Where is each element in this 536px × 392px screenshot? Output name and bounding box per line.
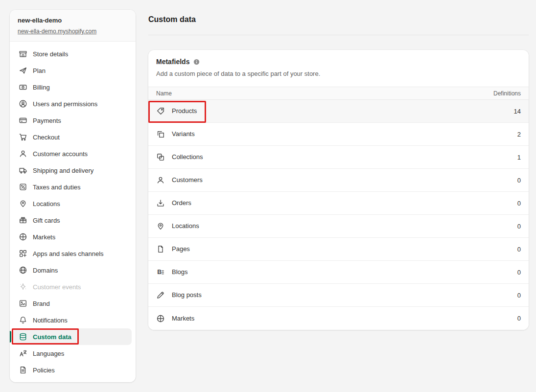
metafields-card: Metafields Add a custom piece of data to… (148, 50, 529, 330)
metafields-table-header: Name Definitions (148, 87, 529, 100)
page-title: Custom data (148, 15, 529, 24)
sidebar-item-notifications[interactable]: Notifications (14, 312, 132, 328)
sidebar-item-languages[interactable]: Languages (14, 345, 132, 362)
settings-sidebar: new-ella-demo new-ella-demo.myshopify.co… (10, 10, 136, 382)
sidebar-item-policies[interactable]: Policies (14, 362, 132, 378)
table-row-blogs[interactable]: B Blogs 0 (148, 261, 529, 284)
sidebar-item-brand[interactable]: Brand (14, 295, 132, 312)
row-definitions-count: 1 (517, 154, 521, 161)
info-icon[interactable] (193, 58, 200, 66)
customer-accounts-icon (19, 149, 27, 158)
products-tag-icon (156, 107, 165, 115)
orders-icon (156, 199, 165, 208)
table-row-blog-posts[interactable]: Blog posts 0 (148, 284, 529, 307)
blogs-icon: B (156, 268, 165, 277)
table-row-customers[interactable]: Customers 0 (148, 169, 529, 192)
shipping-truck-icon (19, 166, 27, 175)
location-pin-icon (156, 222, 165, 231)
sidebar-item-label: Payments (33, 117, 61, 124)
sidebar-item-label: Gift cards (33, 217, 60, 224)
table-row-locations[interactable]: Locations 0 (148, 215, 529, 238)
row-definitions-count: 0 (517, 315, 521, 322)
row-label: Markets (172, 315, 194, 323)
sidebar-item-customer-accounts[interactable]: Customer accounts (14, 145, 132, 162)
users-icon (19, 99, 27, 108)
row-label: Customers (172, 176, 203, 184)
policies-document-icon (19, 366, 27, 374)
table-row-orders[interactable]: Orders 0 (148, 192, 529, 215)
markets-globe-icon (156, 314, 165, 323)
store-icon (19, 49, 27, 58)
table-row-collections[interactable]: Collections 1 (148, 146, 529, 169)
row-definitions-count: 0 (517, 223, 521, 230)
customers-person-icon (156, 176, 165, 184)
store-name: new-ella-demo (18, 17, 128, 24)
sidebar-item-label: Checkout (33, 134, 60, 141)
sidebar-item-customer-events[interactable]: Customer events (14, 278, 132, 295)
row-label: Orders (172, 199, 191, 207)
billing-icon (19, 83, 27, 92)
table-row-variants[interactable]: Variants 2 (148, 123, 529, 146)
row-definitions-count: 0 (517, 200, 521, 207)
collections-icon (156, 153, 165, 161)
title-divider (148, 35, 529, 35)
plan-icon (19, 66, 27, 75)
sidebar-item-billing[interactable]: Billing (14, 79, 132, 95)
store-domain-link[interactable]: new-ella-demo.myshopify.com (18, 28, 96, 35)
sidebar-item-label: Store details (33, 50, 68, 58)
sidebar-item-label: Shipping and delivery (33, 167, 93, 174)
row-label: Products (172, 107, 197, 115)
sidebar-item-label: Locations (33, 200, 60, 208)
row-label: Locations (172, 222, 199, 230)
sidebar-item-users-and-permissions[interactable]: Users and permissions (14, 95, 132, 112)
sidebar-item-label: Notifications (33, 317, 68, 324)
brand-icon (19, 299, 27, 308)
sidebar-item-label: Plan (33, 67, 46, 74)
sidebar-item-label: Apps and sales channels (33, 250, 104, 257)
sidebar-item-store-details[interactable]: Store details (14, 46, 132, 62)
sidebar-item-gift-cards[interactable]: Gift cards (14, 212, 132, 229)
sidebar-item-apps-and-sales-channels[interactable]: Apps and sales channels (14, 245, 132, 262)
sidebar-item-custom-data[interactable]: Custom data (14, 328, 132, 345)
table-row-markets[interactable]: Markets 0 (148, 307, 529, 330)
notifications-bell-icon (19, 316, 27, 324)
sidebar-item-plan[interactable]: Plan (14, 62, 132, 79)
table-row-pages[interactable]: Pages 0 (148, 238, 529, 261)
sidebar-item-label: Users and permissions (33, 100, 97, 108)
taxes-percent-icon (19, 183, 27, 191)
sidebar-item-label: Taxes and duties (33, 184, 81, 191)
row-label: Pages (172, 245, 190, 253)
sidebar-item-label: Brand (33, 300, 50, 307)
row-definitions-count: 2 (517, 131, 521, 138)
blog-posts-pencil-icon (156, 291, 165, 300)
sidebar-item-label: Languages (33, 350, 64, 357)
main-content: Custom data Metafields Add a custom piec… (148, 10, 529, 382)
sidebar-item-locations[interactable]: Locations (14, 195, 132, 212)
sidebar-item-taxes-and-duties[interactable]: Taxes and duties (14, 179, 132, 195)
sidebar-item-markets[interactable]: Markets (14, 229, 132, 245)
location-pin-icon (19, 199, 27, 208)
svg-text:B: B (157, 269, 162, 276)
metafields-card-header: Metafields Add a custom piece of data to… (148, 50, 529, 87)
row-label: Blog posts (172, 291, 202, 299)
sidebar-item-payments[interactable]: Payments (14, 112, 132, 129)
row-definitions-count: 14 (514, 108, 521, 115)
markets-globe-icon (19, 232, 27, 241)
sidebar-item-shipping-and-delivery[interactable]: Shipping and delivery (14, 162, 132, 179)
sidebar-item-label: Customer events (33, 283, 81, 291)
sidebar-item-domains[interactable]: Domains (14, 262, 132, 278)
apps-grid-icon (19, 249, 27, 258)
sidebar-item-label: Policies (33, 367, 55, 374)
row-label: Variants (172, 130, 195, 138)
row-definitions-count: 0 (517, 246, 521, 253)
row-label: Collections (172, 153, 203, 161)
custom-data-database-icon (19, 332, 27, 341)
table-row-products[interactable]: Products 14 (148, 100, 529, 123)
gift-card-icon (19, 216, 27, 225)
sidebar-item-checkout[interactable]: Checkout (14, 129, 132, 145)
metafields-card-title: Metafields (156, 58, 189, 66)
settings-page: new-ella-demo new-ella-demo.myshopify.co… (0, 0, 536, 392)
pages-document-icon (156, 245, 165, 254)
languages-icon (19, 349, 27, 358)
variants-icon (156, 130, 165, 138)
